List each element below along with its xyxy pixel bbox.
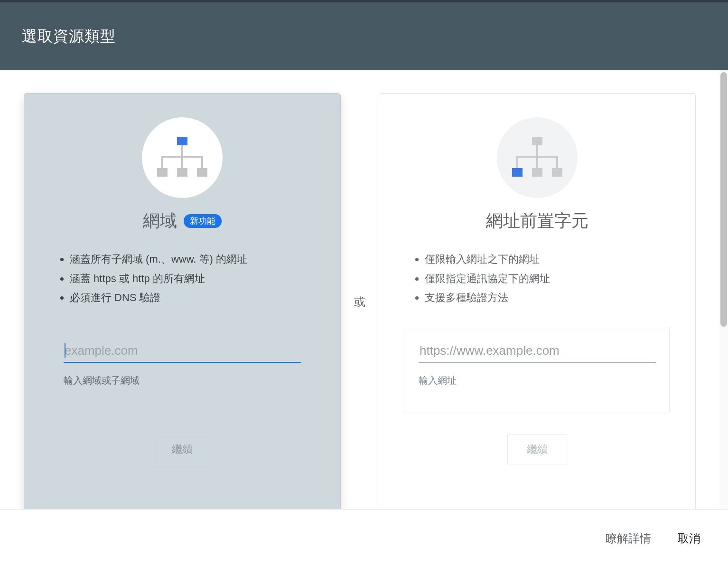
prefix-continue-button[interactable]: 繼續	[507, 434, 567, 464]
or-separator: 或	[352, 294, 367, 310]
domain-icon-circle	[142, 117, 223, 198]
svg-rect-3	[197, 168, 207, 177]
domain-input-helper: 輸入網域或子網域	[64, 374, 301, 387]
svg-rect-0	[177, 137, 187, 145]
svg-rect-1	[157, 168, 168, 177]
list-item: 支援多種驗證方法	[425, 288, 673, 308]
card-domain[interactable]: 網域 新功能 涵蓋所有子網域 (m.、www. 等) 的網址 涵蓋 https …	[24, 93, 341, 509]
cancel-button[interactable]: 取消	[678, 531, 700, 546]
list-item: 涵蓋 https 或 http 的所有網址	[70, 269, 318, 289]
dialog-content: 網域 新功能 涵蓋所有子網域 (m.、www. 等) 的網址 涵蓋 https …	[0, 70, 719, 509]
svg-rect-4	[532, 137, 542, 145]
scrollbar-track[interactable]	[719, 70, 728, 509]
sitemap-icon	[154, 136, 210, 180]
prefix-title-row: 網址前置字元	[486, 209, 588, 233]
svg-rect-2	[177, 168, 187, 177]
prefix-input-block: 輸入網址	[405, 327, 670, 412]
scrollbar-thumb[interactable]	[720, 72, 727, 327]
domain-title-row: 網域 新功能	[143, 209, 222, 233]
text-caret	[65, 343, 65, 358]
domain-input[interactable]	[64, 340, 301, 363]
prefix-input-helper: 輸入網址	[419, 374, 656, 387]
prefix-icon-circle	[497, 117, 578, 198]
list-item: 僅限輸入網址之下的網址	[425, 250, 673, 269]
card-url-prefix[interactable]: 網址前置字元 僅限輸入網址之下的網址 僅限指定通訊協定下的網址 支援多種驗證方法…	[379, 93, 696, 509]
url-prefix-input[interactable]	[419, 340, 656, 363]
domain-continue-button[interactable]: 繼續	[152, 434, 212, 464]
svg-rect-6	[532, 168, 542, 177]
prefix-bullet-list: 僅限輸入網址之下的網址 僅限指定通訊協定下的網址 支援多種驗證方法	[396, 250, 678, 308]
cards-row: 網域 新功能 涵蓋所有子網域 (m.、www. 等) 的網址 涵蓋 https …	[23, 93, 697, 509]
dialog-header: 選取資源類型	[0, 2, 728, 70]
list-item: 涵蓋所有子網域 (m.、www. 等) 的網址	[70, 250, 318, 269]
new-badge: 新功能	[184, 214, 222, 228]
card-domain-title: 網域	[143, 209, 177, 233]
domain-bullet-list: 涵蓋所有子網域 (m.、www. 等) 的網址 涵蓋 https 或 http …	[41, 250, 323, 308]
dialog-title: 選取資源類型	[22, 26, 116, 47]
card-prefix-title: 網址前置字元	[486, 209, 588, 233]
list-item: 必須進行 DNS 驗證	[70, 288, 318, 308]
list-item: 僅限指定通訊協定下的網址	[425, 269, 673, 289]
svg-rect-7	[552, 168, 562, 177]
svg-rect-5	[512, 168, 523, 177]
learn-more-link[interactable]: 瞭解詳情	[606, 531, 651, 546]
sitemap-icon	[509, 136, 565, 180]
domain-input-block: 輸入網域或子網域	[50, 327, 315, 412]
dialog-footer: 瞭解詳情 取消	[0, 509, 728, 567]
